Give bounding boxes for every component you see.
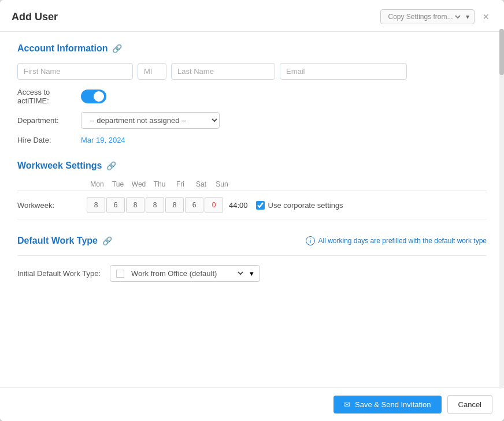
work-type-select-wrap[interactable]: Work from Office (default) ▾ bbox=[110, 265, 260, 282]
account-information-section: Account Information 🔗 Access to actiTIME… bbox=[17, 43, 487, 144]
total-hours: 44:00 bbox=[229, 201, 248, 210]
workweek-section-title: Workweek Settings bbox=[17, 161, 102, 171]
day-wed: Wed bbox=[128, 180, 149, 188]
day-input-sun[interactable] bbox=[205, 197, 223, 213]
day-thu: Thu bbox=[149, 180, 170, 188]
section-divider bbox=[17, 255, 487, 256]
copy-settings-select[interactable]: Copy Settings from... bbox=[386, 12, 462, 21]
info-icon: i bbox=[306, 236, 315, 245]
corporate-settings-label: Use corporate settings bbox=[268, 201, 343, 210]
work-type-section-title: Default Work Type bbox=[17, 236, 98, 246]
account-section-title: Account Information bbox=[17, 43, 108, 54]
toggle-slider bbox=[81, 90, 106, 103]
corporate-settings-checkbox[interactable] bbox=[256, 201, 265, 210]
day-input-fri[interactable] bbox=[165, 197, 184, 213]
mi-input[interactable] bbox=[138, 63, 166, 80]
work-type-row: Initial Default Work Type: Work from Off… bbox=[17, 265, 487, 282]
header-right: Copy Settings from... ▾ × bbox=[380, 9, 492, 24]
day-sat: Sat bbox=[191, 180, 212, 188]
workweek-row: Workweek: 44:00 Use corporate settings bbox=[17, 191, 487, 219]
workweek-section: Workweek Settings 🔗 Mon Tue Wed Thu Fri … bbox=[17, 161, 487, 219]
first-name-input[interactable] bbox=[17, 63, 133, 80]
dialog-footer: ✉ Save & Send Invitation Cancel bbox=[0, 388, 504, 421]
scrollbar-thumb[interactable] bbox=[499, 29, 504, 75]
work-type-color-box bbox=[116, 270, 124, 278]
day-sun: Sun bbox=[212, 180, 232, 188]
save-label: Save & Send Invitation bbox=[355, 400, 431, 409]
dialog-header: Add User Copy Settings from... ▾ × bbox=[0, 0, 504, 32]
chevron-down-icon-worktype: ▾ bbox=[250, 269, 254, 278]
access-label: Access to actiTIME: bbox=[17, 88, 81, 105]
workweek-section-header: Workweek Settings 🔗 bbox=[17, 161, 487, 171]
day-fri: Fri bbox=[170, 180, 191, 188]
day-input-sat[interactable] bbox=[185, 197, 203, 213]
day-tue: Tue bbox=[108, 180, 128, 188]
info-bar: i All working days are prefilled with th… bbox=[306, 236, 487, 245]
add-user-dialog: Add User Copy Settings from... ▾ × Accou… bbox=[0, 0, 504, 421]
copy-settings-dropdown[interactable]: Copy Settings from... ▾ bbox=[380, 9, 475, 24]
corporate-settings-row: Use corporate settings bbox=[256, 201, 343, 210]
workweek-row-label: Workweek: bbox=[17, 201, 87, 210]
hire-date-value[interactable]: Mar 19, 2024 bbox=[81, 136, 125, 144]
department-row: Department: -- department not assigned -… bbox=[17, 112, 487, 129]
hire-date-label: Hire Date: bbox=[17, 136, 81, 144]
email-input[interactable] bbox=[280, 63, 407, 80]
chevron-down-icon: ▾ bbox=[466, 13, 469, 21]
link-icon-worktype[interactable]: 🔗 bbox=[102, 236, 112, 245]
scrollbar-track[interactable] bbox=[499, 29, 504, 389]
dialog-body: Account Information 🔗 Access to actiTIME… bbox=[0, 32, 504, 388]
info-text: All working days are prefilled with the … bbox=[318, 237, 487, 245]
day-inputs bbox=[87, 197, 223, 213]
work-type-field-label: Initial Default Work Type: bbox=[17, 269, 110, 278]
close-button[interactable]: × bbox=[479, 10, 492, 23]
access-row: Access to actiTIME: bbox=[17, 88, 487, 105]
dialog-title: Add User bbox=[12, 11, 58, 23]
department-label: Department: bbox=[17, 116, 81, 125]
day-mon: Mon bbox=[87, 180, 108, 188]
account-section-header: Account Information 🔗 bbox=[17, 43, 487, 54]
day-input-wed[interactable] bbox=[126, 197, 144, 213]
hire-date-row: Hire Date: Mar 19, 2024 bbox=[17, 136, 487, 144]
link-icon-workweek[interactable]: 🔗 bbox=[106, 161, 116, 170]
last-name-input[interactable] bbox=[171, 63, 275, 80]
save-send-invitation-button[interactable]: ✉ Save & Send Invitation bbox=[333, 396, 442, 413]
access-toggle[interactable] bbox=[81, 90, 106, 103]
work-type-section: Default Work Type 🔗 i All working days a… bbox=[17, 236, 487, 282]
name-fields-row bbox=[17, 63, 487, 80]
work-type-section-header: Default Work Type 🔗 i All working days a… bbox=[17, 236, 487, 246]
email-icon: ✉ bbox=[344, 400, 350, 409]
day-input-tue[interactable] bbox=[106, 197, 125, 213]
day-input-mon[interactable] bbox=[87, 197, 105, 213]
cancel-button[interactable]: Cancel bbox=[447, 395, 492, 414]
link-icon-account[interactable]: 🔗 bbox=[112, 44, 122, 53]
work-type-select[interactable]: Work from Office (default) bbox=[129, 269, 245, 278]
day-input-thu[interactable] bbox=[146, 197, 164, 213]
department-select[interactable]: -- department not assigned -- bbox=[81, 112, 220, 129]
workweek-days-header: Mon Tue Wed Thu Fri Sat Sun bbox=[17, 180, 487, 191]
